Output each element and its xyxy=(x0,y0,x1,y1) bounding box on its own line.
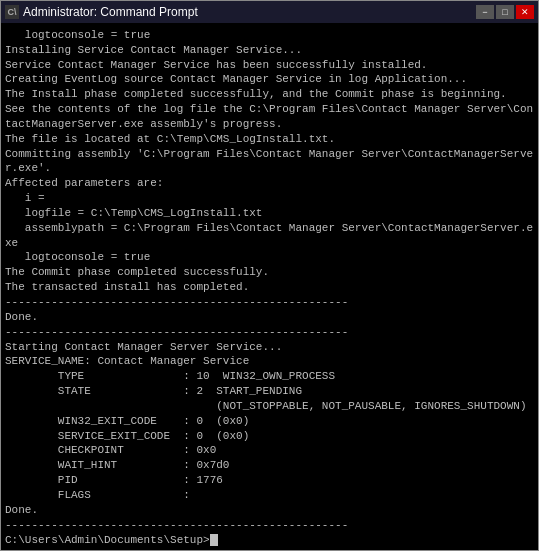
window-title: Administrator: Command Prompt xyxy=(23,5,198,19)
console-line: Affected parameters are: xyxy=(5,176,534,191)
console-line: Installing Service Contact Manager Servi… xyxy=(5,43,534,58)
console-line: logtoconsole = true xyxy=(5,250,534,265)
console-line: assemblypath = C:\Program Files\Contact … xyxy=(5,221,534,251)
console-line: Creating EventLog source Contact Manager… xyxy=(5,72,534,87)
title-bar: C\ Administrator: Command Prompt − □ ✕ xyxy=(1,1,538,23)
console-line: CHECKPOINT : 0x0 xyxy=(5,443,534,458)
console-line: Starting Contact Manager Server Service.… xyxy=(5,340,534,355)
minimize-button[interactable]: − xyxy=(476,5,494,19)
console-line: (NOT_STOPPABLE, NOT_PAUSABLE, IGNORES_SH… xyxy=(5,399,534,414)
console-line: logtoconsole = true xyxy=(5,28,534,43)
console-line: WAIT_HINT : 0x7d0 xyxy=(5,458,534,473)
console-line: SERVICE_EXIT_CODE : 0 (0x0) xyxy=(5,429,534,444)
console-line: The Install phase completed successfully… xyxy=(5,87,534,102)
console-line: Done. xyxy=(5,503,534,518)
console-line: i = xyxy=(5,191,534,206)
console-line: The transacted install has completed. xyxy=(5,280,534,295)
console-line: STATE : 2 START_PENDING xyxy=(5,384,534,399)
window-icon: C\ xyxy=(5,5,19,19)
console-line: Service Contact Manager Service has been… xyxy=(5,58,534,73)
cursor xyxy=(210,534,218,546)
console-line: ----------------------------------------… xyxy=(5,325,534,340)
console-line: FLAGS : xyxy=(5,488,534,503)
console-line: See the contents of the log file the C:\… xyxy=(5,102,534,132)
close-button[interactable]: ✕ xyxy=(516,5,534,19)
console-line: logfile = C:\Temp\CMS_LogInstall.txt xyxy=(5,206,534,221)
console-line: The file is located at C:\Temp\CMS_LogIn… xyxy=(5,132,534,147)
console-line: ----------------------------------------… xyxy=(5,295,534,310)
window-controls: − □ ✕ xyxy=(476,5,534,19)
command-prompt-window: C\ Administrator: Command Prompt − □ ✕ R… xyxy=(0,0,539,551)
console-line: PID : 1776 xyxy=(5,473,534,488)
console-line: TYPE : 10 WIN32_OWN_PROCESS xyxy=(5,369,534,384)
console-line: The Commit phase completed successfully. xyxy=(5,265,534,280)
console-output[interactable]: Running a transacted installation.Beginn… xyxy=(1,23,538,550)
console-line: Done. xyxy=(5,310,534,325)
console-line: ----------------------------------------… xyxy=(5,518,534,533)
console-line: C:\Users\Admin\Documents\Setup> xyxy=(5,533,534,548)
title-bar-left: C\ Administrator: Command Prompt xyxy=(5,5,198,19)
console-line: SERVICE_NAME: Contact Manager Service xyxy=(5,354,534,369)
maximize-button[interactable]: □ xyxy=(496,5,514,19)
console-line: Committing assembly 'C:\Program Files\Co… xyxy=(5,147,534,177)
console-line: WIN32_EXIT_CODE : 0 (0x0) xyxy=(5,414,534,429)
